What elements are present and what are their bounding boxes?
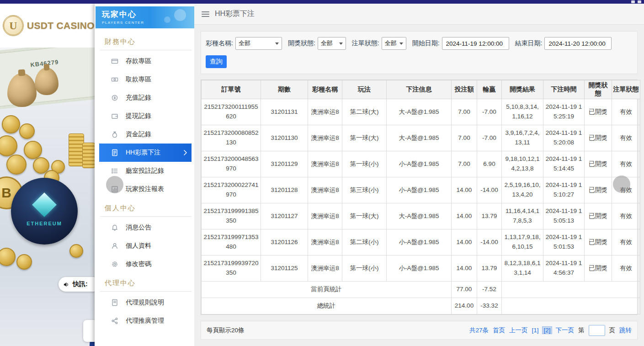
topbar-icons (631, 0, 641, 3)
table-cell: 2024-11-19 14:56:37 (543, 256, 585, 282)
filter-panel: 彩種名稱: 全部 開獎狀態: 全部 注單狀態: 全部 (201, 31, 638, 74)
column-header: 開獎結果 (502, 80, 543, 99)
page-link-2-current[interactable]: [2] (543, 327, 551, 334)
table-cell: 2024-11-19 15:14:45 (543, 151, 585, 177)
chevron-down-icon (275, 43, 279, 45)
withdraw-money-icon (111, 76, 118, 83)
gold-coin-image (0, 135, 17, 156)
ethereum-diamond-icon (32, 192, 57, 217)
first-page-link[interactable]: 首页 (493, 326, 505, 335)
table-cell: 8,12,3,18,6,13,1,14 (502, 256, 543, 282)
table-cell: 14.00 (452, 229, 477, 256)
goto-page-suffix: 页 (609, 326, 616, 335)
table-cell: 13.79 (477, 256, 502, 282)
sidebar-item-withdraw[interactable]: 取款專區 (100, 70, 192, 89)
search-button[interactable]: 查詢 (206, 55, 227, 68)
table-cell: 14.00 (452, 177, 477, 203)
page-link-1[interactable]: [1] (532, 327, 538, 334)
sidebar-title: 玩家中心 (102, 9, 194, 20)
table-cell: 大-A盤@1.985 (387, 125, 452, 151)
table-cell: 已開獎 (585, 229, 612, 256)
sidebar-item-label: HH彩票下注 (126, 149, 160, 157)
bet-status-select[interactable]: 全部 (382, 37, 406, 50)
coin-stack-image (69, 133, 84, 166)
column-header: 投注額 (452, 80, 477, 99)
table-cell: 13.79 (477, 203, 502, 229)
coin-stack-image (82, 143, 95, 168)
table-cell: 澳洲幸运8 (308, 256, 342, 282)
next-page-link[interactable]: 下一页 (556, 326, 575, 335)
table-cell: 大-A盤@1.985 (387, 203, 452, 229)
sidebar-item-label: 提現記錄 (126, 112, 151, 120)
section-header-finance: 財務中心 (100, 32, 192, 50)
select-value: 全部 (385, 39, 397, 48)
gold-coin-image (0, 248, 16, 266)
filter-label-end-date: 結束日期: (515, 39, 543, 48)
column-header: 期數 (261, 80, 308, 99)
deposit-card-icon (111, 58, 118, 65)
summary-label: 總統計 (202, 298, 452, 314)
sidebar-item-funds-record[interactable]: 資金記錄 (100, 125, 192, 144)
content: 彩種名稱: 全部 開獎狀態: 全部 注單狀態: 全部 (194, 25, 644, 340)
gold-coin-image (24, 141, 42, 159)
gold-coin-image (19, 123, 35, 139)
column-header: 注單狀態 (612, 80, 640, 99)
table-row: 215217319997135348031201126澳洲幸运8第二球(小)小-… (202, 229, 640, 256)
table-cell: 澳洲幸运8 (308, 151, 342, 177)
table-cell: 第三球(小) (342, 177, 387, 203)
bell-icon (111, 224, 118, 231)
sidebar-item-recharge-record[interactable]: 充值記錄 (100, 89, 192, 107)
brand-logo[interactable]: U USDT CASINO (0, 4, 95, 48)
table-cell: 有效 (612, 256, 640, 282)
end-date-input[interactable] (544, 37, 612, 50)
jump-link[interactable]: 跳转 (619, 326, 632, 335)
main-panel: HH彩票下注 彩種名稱: 全部 開獎狀態: 全部 (194, 4, 644, 346)
bets-table-panel: 訂單號 期數 彩種名稱 玩法 下注信息 投注額 輸贏 開獎結果 下注時間 開獎狀… (201, 80, 638, 315)
sidebar-item-change-password[interactable]: 修改密碼 (100, 255, 192, 273)
table-cell: 已開獎 (585, 256, 612, 282)
table-cell: 2152173200111955620 (202, 99, 261, 125)
document-icon (111, 149, 118, 156)
table-cell: 31201127 (261, 203, 308, 229)
table-cell: 2,5,19,16,10,13,4,20 (502, 177, 543, 203)
sidebar-item-agent-promotion[interactable]: 代理推廣管理 (100, 312, 192, 330)
table-cell: 有效 (612, 125, 640, 151)
sidebar-item-announcements[interactable]: 消息公告 (100, 218, 192, 237)
table-cell: 9,18,10,12,14,2,13,8 (502, 151, 543, 177)
draw-status-select[interactable]: 全部 (318, 37, 346, 50)
table-cell: 第一球(大) (342, 203, 387, 229)
sidebar-item-deposit[interactable]: 存款專區 (100, 52, 192, 70)
start-date-input[interactable] (442, 37, 509, 50)
table-cell: 2152173200022741970 (202, 177, 261, 203)
filter-row: 彩種名稱: 全部 開獎狀態: 全部 注單狀態: 全部 (206, 37, 633, 50)
goto-page-input[interactable] (589, 325, 605, 336)
sidebar-item-withdraw-record[interactable]: 提現記錄 (100, 107, 192, 125)
summary-winloss-total: -7.52 (477, 282, 502, 298)
table-cell: 澳洲幸运8 (308, 177, 342, 203)
table-cell: 7.00 (452, 125, 477, 151)
table-cell: -14.00 (477, 177, 502, 203)
sidebar-item-profile[interactable]: 個人資料 (100, 237, 192, 255)
coin-icon (111, 94, 118, 101)
table-cell: 第一球(小) (342, 151, 387, 177)
sidebar-item-label: 廳室投註記錄 (126, 167, 164, 175)
ticker-label: 快訊: (73, 280, 88, 288)
list-icon (111, 167, 118, 175)
table-cell: 第二球(小) (342, 229, 387, 256)
sidebar-item-lottery-bets[interactable]: HH彩票下注 (99, 144, 192, 162)
topbar-icon[interactable] (638, 0, 641, 3)
column-header: 開獎狀態 (585, 80, 612, 99)
menu-icon[interactable] (202, 11, 209, 17)
sidebar-header: 玩家中心 PLAYERS CENTER (96, 6, 194, 28)
table-cell: 31201129 (261, 151, 308, 177)
lottery-name-select[interactable]: 全部 (235, 37, 282, 50)
sidebar-item-agent-rules[interactable]: 代理規則說明 (100, 293, 192, 312)
topbar-icon[interactable] (631, 0, 635, 3)
table-header-row: 訂單號 期數 彩種名稱 玩法 下注信息 投注額 輸贏 開獎結果 下注時間 開獎狀… (202, 80, 640, 99)
column-header: 訂單號 (202, 80, 261, 99)
prev-page-link[interactable]: 上一页 (509, 326, 528, 335)
filter-label-bet-status: 注單狀態: (352, 39, 379, 48)
table-cell: 第二球(大) (342, 99, 387, 125)
table-cell: 2152173199991385350 (202, 203, 261, 229)
table-cell: 31201128 (261, 177, 308, 203)
